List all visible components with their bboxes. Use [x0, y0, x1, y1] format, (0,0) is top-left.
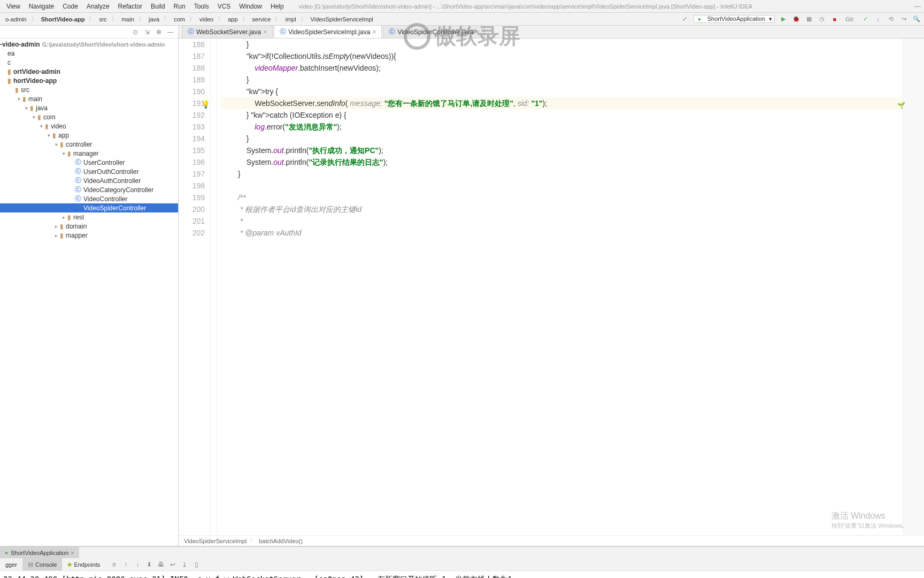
breadcrumb[interactable]: src: [97, 16, 109, 22]
run-config-tab[interactable]: ▸ShortVideoApplication ×: [0, 547, 79, 558]
menu-analyze[interactable]: Analyze: [82, 3, 114, 10]
tree-folder[interactable]: ▸▮rest: [0, 212, 178, 222]
tree-folder[interactable]: ▮hortVideo-app: [0, 76, 178, 85]
run-config-selector[interactable]: ▸ ShortVideoApplication ▾: [694, 15, 775, 23]
minimize-icon[interactable]: —: [913, 2, 922, 11]
menu-build[interactable]: Build: [147, 3, 170, 10]
menu-tools[interactable]: Tools: [190, 3, 213, 10]
breadcrumb[interactable]: service: [250, 16, 273, 22]
breadcrumb[interactable]: VideoSpiderServiceImpl: [309, 16, 375, 22]
menu-vcs[interactable]: VCS: [213, 3, 235, 10]
console-up-icon[interactable]: ↑: [121, 560, 130, 569]
editor-tab[interactable]: ⓒVideoSpiderController.java×: [383, 25, 485, 38]
profiler-icon[interactable]: ◷: [818, 15, 826, 24]
tree-folder[interactable]: ▾▮app: [0, 131, 178, 140]
breadcrumb[interactable]: com: [172, 16, 187, 22]
build-icon[interactable]: ⤢: [681, 15, 689, 24]
console-down-icon[interactable]: ↓: [133, 560, 142, 569]
endpoints-tab[interactable]: ◆Endpoints: [62, 558, 105, 571]
breadcrumb[interactable]: main: [119, 16, 136, 22]
locate-icon[interactable]: ⊙: [131, 28, 140, 36]
tree-folder[interactable]: ▮ortVideo-admin: [0, 67, 178, 76]
tree-folder[interactable]: c: [0, 58, 178, 67]
menu-help[interactable]: Help: [266, 3, 288, 10]
breadcrumb[interactable]: video: [197, 16, 215, 22]
tree-class[interactable]: ⓒVideoCategoryController: [0, 185, 178, 194]
expand-icon[interactable]: ⇲: [143, 28, 151, 36]
console-tab[interactable]: ▤Console: [22, 558, 62, 571]
debug-icon[interactable]: 🐞: [792, 15, 800, 24]
close-icon[interactable]: ×: [71, 550, 74, 556]
breadcrumb[interactable]: app: [226, 16, 240, 22]
editor-tab[interactable]: ⓒVideoSpiderServiceImpl.java×: [274, 25, 382, 38]
editor-breadcrumbs: VideoSpiderServiceImpl〉 batchAddVideo(): [179, 535, 924, 546]
tree-folder[interactable]: ea: [0, 49, 178, 58]
git-history-icon[interactable]: ⟲: [887, 15, 895, 24]
close-icon[interactable]: ×: [263, 28, 267, 36]
console-export-icon[interactable]: ⬇: [145, 560, 153, 569]
tree-folder[interactable]: ▮src: [0, 85, 178, 94]
tree-folder[interactable]: ▾▮manager: [0, 149, 178, 158]
tree-folder[interactable]: ▾▮video: [0, 121, 178, 131]
tree-class[interactable]: ⓒVideoAuthController: [0, 176, 178, 185]
console-output[interactable]: 23:44:30.490 [http-nio-8080-exec-21] INF…: [0, 571, 924, 578]
console-print-icon[interactable]: 🖶: [157, 560, 165, 569]
crumb[interactable]: batchAddVideo(): [259, 538, 303, 544]
breadcrumb[interactable]: java: [147, 16, 161, 22]
code-editor[interactable]: 1861871881891901911921931941951961971981…: [179, 39, 924, 535]
run-icon[interactable]: ▶: [779, 15, 788, 24]
console-wrap-icon[interactable]: ↩: [168, 560, 177, 569]
tree-folder[interactable]: ▾▮controller: [0, 140, 178, 149]
breadcrumb[interactable]: impl: [283, 16, 298, 22]
tree-folder[interactable]: ▾▮com: [0, 112, 178, 121]
breadcrumb[interactable]: ShortVideo-app: [39, 16, 87, 22]
tree-class[interactable]: ⓒVideoSpiderController: [0, 203, 178, 212]
tree-folder[interactable]: ▾▮main: [0, 94, 178, 103]
close-icon[interactable]: ×: [475, 28, 479, 36]
project-root[interactable]: -video-adminG:\java\study\ShortVideo\sho…: [0, 40, 178, 49]
navigation-bar: o-admin〉 ShortVideo-app〉 src〉 main〉 java…: [0, 13, 924, 26]
tree-folder[interactable]: ▸▮mapper: [0, 231, 178, 240]
settings-icon[interactable]: ✼: [155, 28, 163, 36]
stop-icon[interactable]: ■: [830, 15, 839, 24]
git-update-icon[interactable]: ↓: [874, 15, 882, 24]
minimap[interactable]: [903, 39, 924, 535]
tree-class[interactable]: ⓒUserController: [0, 158, 178, 167]
hide-icon[interactable]: —: [166, 28, 175, 36]
editor-tabs: ⓒWebSocketServer.java× ⓒVideoSpiderServi…: [179, 26, 924, 39]
menu-navigate[interactable]: Navigate: [25, 3, 58, 10]
crumb[interactable]: VideoSpiderServiceImpl: [184, 538, 247, 544]
menu-window[interactable]: Window: [235, 3, 266, 10]
menu-run[interactable]: Run: [170, 3, 190, 10]
menu-refactor[interactable]: Refactor: [114, 3, 147, 10]
tree-class[interactable]: ⓒUserOuthController: [0, 167, 178, 176]
editor-tab[interactable]: ⓒWebSocketServer.java×: [182, 25, 273, 38]
git-revert-icon[interactable]: ↪: [899, 15, 908, 24]
menu-view[interactable]: View: [2, 3, 25, 10]
console-tool-icon[interactable]: ≡: [110, 560, 118, 569]
debugger-tab[interactable]: gger: [0, 558, 22, 571]
search-icon[interactable]: 🔍: [912, 15, 921, 24]
tree-folder[interactable]: ▸▮domain: [0, 222, 178, 231]
menu-bar: View Navigate Code Analyze Refactor Buil…: [0, 0, 924, 13]
breadcrumb[interactable]: o-admin: [3, 16, 29, 22]
console-clear-icon[interactable]: ▯: [192, 560, 201, 569]
git-commit-icon[interactable]: ✓: [861, 15, 869, 24]
project-tool-window: ⊙ ⇲ ✼ — -video-adminG:\java\study\ShortV…: [0, 26, 179, 546]
coverage-icon[interactable]: ▦: [805, 15, 813, 24]
close-icon[interactable]: ×: [372, 28, 376, 36]
console-scroll-icon[interactable]: ⤓: [180, 560, 189, 569]
git-label: Git:: [843, 16, 857, 22]
tree-class[interactable]: ⓒVideoController: [0, 194, 178, 203]
tree-folder[interactable]: ▾▮java: [0, 103, 178, 112]
menu-code[interactable]: Code: [58, 3, 82, 10]
run-tool-window: ▸ShortVideoApplication × gger ▤Console ◆…: [0, 546, 924, 578]
window-title: video [G:\java\study\ShortVideo\short-vi…: [295, 3, 757, 10]
